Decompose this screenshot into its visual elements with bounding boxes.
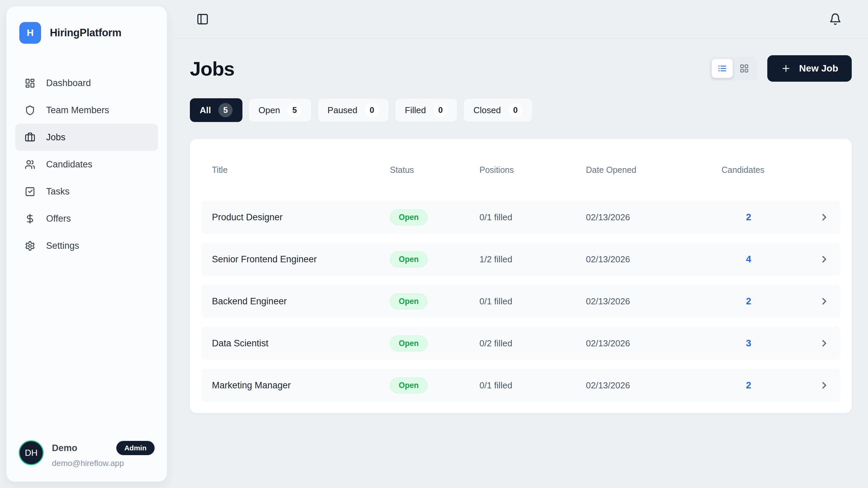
grid-view-button[interactable]: [734, 59, 755, 78]
role-badge: Admin: [116, 441, 155, 455]
sidebar-toggle-button[interactable]: [194, 10, 212, 28]
column-header-candidates: Candidates: [722, 165, 803, 175]
status-filter-tabs: All5Open5Paused0Filled0Closed0: [190, 98, 852, 122]
chevron-right-icon[interactable]: [819, 380, 830, 391]
view-toggle: [709, 57, 757, 80]
filter-tab-all[interactable]: All5: [190, 98, 242, 122]
job-status-cell: Open: [390, 293, 479, 309]
list-icon: [717, 64, 727, 73]
sidebar-item-settings[interactable]: Settings: [15, 232, 158, 259]
status-badge: Open: [390, 251, 428, 267]
jobs-table: Title Status Positions Date Opened Candi…: [190, 139, 852, 413]
page-header: Jobs: [190, 55, 852, 82]
square-check-icon: [25, 186, 35, 197]
avatar: DH: [19, 440, 44, 465]
chevron-right-icon[interactable]: [819, 212, 830, 223]
plus-icon: [781, 63, 791, 74]
candidates-count-link[interactable]: 2: [722, 380, 803, 391]
table-row[interactable]: Senior Frontend EngineerOpen1/2 filled02…: [201, 243, 841, 276]
sidebar-nav: DashboardTeam MembersJobsCandidatesTasks…: [6, 69, 167, 259]
dashboard-icon: [25, 78, 35, 88]
column-header-status: Status: [390, 165, 479, 175]
filter-tab-open[interactable]: Open5: [249, 98, 312, 122]
user-email: demo@hireflow.app: [52, 459, 155, 468]
table-row[interactable]: Product DesignerOpen0/1 filled02/13/2026…: [201, 201, 841, 234]
job-title: Marketing Manager: [212, 380, 390, 391]
sidebar-item-team-members[interactable]: Team Members: [15, 97, 158, 124]
list-view-button[interactable]: [712, 59, 733, 78]
job-status-cell: Open: [390, 209, 479, 225]
column-header-positions: Positions: [479, 165, 586, 175]
filter-label: Paused: [328, 105, 357, 116]
filter-label: Closed: [473, 105, 501, 116]
candidates-count-link[interactable]: 3: [722, 338, 803, 349]
column-header-date: Date Opened: [586, 165, 722, 175]
status-badge: Open: [390, 293, 428, 309]
chevron-right-icon[interactable]: [819, 296, 830, 307]
new-job-button[interactable]: New Job: [767, 55, 852, 82]
candidates-count-link[interactable]: 4: [722, 254, 803, 265]
job-status-cell: Open: [390, 251, 479, 267]
shield-icon: [25, 105, 35, 116]
filter-label: Filled: [405, 105, 426, 116]
job-title: Backend Engineer: [212, 296, 390, 307]
job-title: Data Scientist: [212, 338, 390, 349]
main-area: Jobs: [173, 0, 868, 488]
job-title: Product Designer: [212, 212, 390, 223]
filter-label: Open: [258, 105, 280, 116]
app-logo: H HiringPlatform: [6, 6, 167, 44]
table-body: Product DesignerOpen0/1 filled02/13/2026…: [201, 201, 841, 402]
filter-label: All: [200, 105, 211, 116]
filter-tab-filled[interactable]: Filled0: [395, 98, 457, 122]
sidebar-item-tasks[interactable]: Tasks: [15, 178, 158, 205]
candidates-count-link[interactable]: 2: [722, 296, 803, 307]
content: Jobs: [173, 39, 868, 413]
filter-count-badge: 5: [288, 103, 302, 117]
status-badge: Open: [390, 378, 428, 393]
gear-icon: [25, 241, 35, 251]
date-opened: 02/13/2026: [586, 338, 722, 349]
bell-icon: [829, 13, 842, 25]
grid-icon: [739, 64, 749, 73]
panel-left-icon: [196, 13, 209, 25]
page-title: Jobs: [190, 57, 234, 80]
filter-tab-closed[interactable]: Closed0: [463, 98, 532, 122]
table-row[interactable]: Backend EngineerOpen0/1 filled02/13/2026…: [201, 285, 841, 318]
job-status-cell: Open: [390, 378, 479, 393]
positions-filled: 0/1 filled: [479, 212, 586, 223]
notifications-button[interactable]: [826, 10, 844, 28]
status-badge: Open: [390, 209, 428, 225]
date-opened: 02/13/2026: [586, 380, 722, 391]
dollar-icon: [25, 214, 35, 224]
filter-count-badge: 0: [433, 103, 448, 117]
date-opened: 02/13/2026: [586, 212, 722, 223]
sidebar-item-offers[interactable]: Offers: [15, 205, 158, 232]
chevron-right-icon[interactable]: [819, 254, 830, 265]
briefcase-icon: [25, 132, 35, 143]
user-name: Demo: [52, 443, 77, 453]
topbar: [173, 0, 868, 39]
sidebar-item-label: Settings: [46, 241, 79, 251]
users-icon: [25, 159, 35, 170]
sidebar-item-label: Offers: [46, 214, 71, 224]
table-row[interactable]: Marketing ManagerOpen0/1 filled02/13/202…: [201, 369, 841, 402]
sidebar-item-label: Candidates: [46, 159, 93, 170]
candidates-count-link[interactable]: 2: [722, 212, 803, 223]
job-title: Senior Frontend Engineer: [212, 254, 390, 265]
chevron-right-icon[interactable]: [819, 338, 830, 349]
positions-filled: 0/2 filled: [479, 338, 586, 349]
positions-filled: 1/2 filled: [479, 254, 586, 265]
table-row[interactable]: Data ScientistOpen0/2 filled02/13/20263: [201, 327, 841, 360]
user-profile[interactable]: DH Demo Admin demo@hireflow.app: [19, 440, 155, 468]
positions-filled: 0/1 filled: [479, 380, 586, 391]
date-opened: 02/13/2026: [586, 296, 722, 307]
sidebar-item-label: Tasks: [46, 186, 70, 197]
app-name: HiringPlatform: [50, 27, 121, 39]
sidebar-item-dashboard[interactable]: Dashboard: [15, 69, 158, 97]
positions-filled: 0/1 filled: [479, 296, 586, 307]
sidebar: H HiringPlatform DashboardTeam MembersJo…: [6, 6, 167, 482]
sidebar-item-label: Jobs: [46, 132, 65, 143]
sidebar-item-jobs[interactable]: Jobs: [15, 124, 158, 151]
filter-tab-paused[interactable]: Paused0: [318, 98, 389, 122]
sidebar-item-candidates[interactable]: Candidates: [15, 151, 158, 178]
